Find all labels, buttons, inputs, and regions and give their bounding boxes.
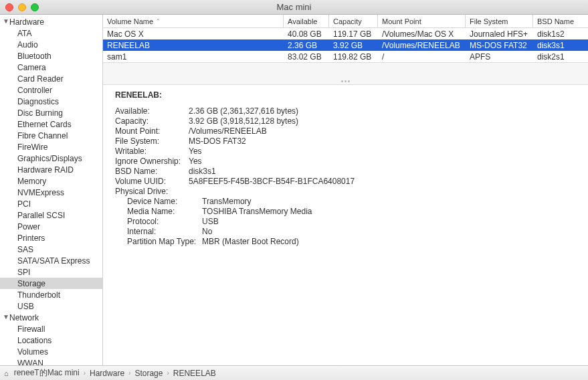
- column-header-available[interactable]: Available: [284, 15, 329, 27]
- breadcrumb-item[interactable]: Hardware: [90, 369, 124, 378]
- sidebar-item-storage[interactable]: Storage: [0, 278, 102, 289]
- detail-row: Protocol:USB: [115, 217, 580, 227]
- sidebar-item-nvmexpress[interactable]: NVMExpress: [0, 187, 102, 198]
- traffic-lights: [0, 3, 39, 11]
- cell: MS-DOS FAT32: [466, 41, 533, 50]
- detail-value: MBR (Master Boot Record): [202, 237, 299, 247]
- sidebar-item-audio[interactable]: Audio: [0, 39, 102, 50]
- sidebar-item-graphics-displays[interactable]: Graphics/Displays: [0, 153, 102, 164]
- zoom-button[interactable]: [31, 3, 39, 11]
- path-bar: ⌂ reneeT的Mac mini›Hardware›Storage›RENEE…: [0, 365, 588, 380]
- table-row[interactable]: RENEELAB2.36 GB3.92 GB/Volumes/RENEELABM…: [103, 39, 588, 51]
- detail-key: BSD Name:: [115, 167, 189, 177]
- sidebar-category-network[interactable]: ▼Network: [0, 312, 102, 323]
- cell: /: [378, 52, 466, 62]
- column-label: Volume Name: [107, 17, 153, 25]
- detail-row: Ignore Ownership:Yes: [115, 157, 580, 167]
- detail-key: Device Name:: [115, 197, 202, 207]
- column-header-capacity[interactable]: Capacity: [329, 15, 378, 27]
- sort-caret-icon: ⌃: [156, 18, 161, 24]
- pane-splitter[interactable]: [103, 62, 588, 85]
- cell: 83.02 GB: [284, 52, 329, 62]
- cell: 40.08 GB: [284, 29, 329, 39]
- sidebar-item-pci[interactable]: PCI: [0, 198, 102, 209]
- sidebar-item-thunderbolt[interactable]: Thunderbolt: [0, 289, 102, 300]
- detail-key: File System:: [115, 136, 189, 147]
- detail-row: Available:2.36 GB (2,361,327,616 bytes): [115, 106, 580, 116]
- sidebar-item-ethernet-cards[interactable]: Ethernet Cards: [0, 118, 102, 130]
- sidebar-item-bluetooth[interactable]: Bluetooth: [0, 50, 102, 62]
- detail-row: BSD Name:disk3s1: [115, 167, 580, 177]
- table-body: Mac OS X40.08 GB119.17 GB/Volumes/Mac OS…: [103, 28, 588, 62]
- cell: Journaled HFS+: [466, 29, 533, 39]
- sidebar-item-parallel-scsi[interactable]: Parallel SCSI: [0, 209, 102, 221]
- detail-key: Available:: [115, 106, 189, 116]
- cell: /Volumes/Mac OS X: [378, 29, 466, 39]
- details-heading: RENEELAB:: [115, 90, 580, 100]
- disclosure-triangle-icon: ▼: [3, 313, 9, 320]
- breadcrumb-item[interactable]: Storage: [134, 369, 163, 378]
- detail-row: Writable:Yes: [115, 147, 580, 157]
- sidebar-item-locations[interactable]: Locations: [0, 335, 102, 346]
- grip-icon: [339, 80, 353, 83]
- close-button[interactable]: [5, 3, 13, 11]
- minimize-button[interactable]: [18, 3, 26, 11]
- sidebar-item-volumes[interactable]: Volumes: [0, 346, 102, 357]
- detail-row: Mount Point:/Volumes/RENEELAB: [115, 126, 580, 136]
- detail-key: Internal:: [115, 227, 202, 237]
- detail-key: Capacity:: [115, 116, 189, 126]
- breadcrumb-item[interactable]: reneeT的Mac mini: [14, 367, 80, 379]
- cell: disk3s1: [533, 41, 588, 50]
- sidebar-item-printers[interactable]: Printers: [0, 232, 102, 244]
- sidebar-item-diagnostics[interactable]: Diagnostics: [0, 96, 102, 107]
- sidebar-item-power[interactable]: Power: [0, 221, 102, 232]
- detail-key: Mount Point:: [115, 126, 189, 136]
- table-row[interactable]: Mac OS X40.08 GB119.17 GB/Volumes/Mac OS…: [103, 28, 588, 39]
- sidebar-item-camera[interactable]: Camera: [0, 62, 102, 73]
- disclosure-triangle-icon: ▼: [3, 17, 9, 25]
- sidebar-item-card-reader[interactable]: Card Reader: [0, 73, 102, 84]
- detail-row: Physical Drive:: [115, 187, 580, 197]
- sidebar-item-sas[interactable]: SAS: [0, 244, 102, 255]
- sidebar-item-memory[interactable]: Memory: [0, 175, 102, 187]
- sidebar[interactable]: ▼HardwareATAAudioBluetoothCameraCard Rea…: [0, 15, 103, 365]
- column-header-bsd-name[interactable]: BSD Name: [533, 15, 588, 27]
- detail-row: Media Name:TOSHIBA TransMemory Media: [115, 207, 580, 217]
- column-header-mount-point[interactable]: Mount Point: [378, 15, 466, 27]
- sidebar-item-hardware-raid[interactable]: Hardware RAID: [0, 164, 102, 175]
- sidebar-item-firewall[interactable]: Firewall: [0, 323, 102, 335]
- detail-value: No: [202, 227, 212, 237]
- sidebar-item-wwan[interactable]: WWAN: [0, 357, 102, 365]
- sidebar-item-disc-burning[interactable]: Disc Burning: [0, 107, 102, 118]
- cell: RENEELAB: [103, 41, 284, 50]
- detail-key: Protocol:: [115, 217, 202, 227]
- column-header-volume-name[interactable]: Volume Name ⌃: [103, 15, 284, 27]
- sidebar-category-hardware[interactable]: ▼Hardware: [0, 16, 102, 27]
- sidebar-item-firewire[interactable]: FireWire: [0, 141, 102, 153]
- sidebar-item-usb[interactable]: USB: [0, 300, 102, 312]
- sidebar-item-spi[interactable]: SPI: [0, 266, 102, 278]
- detail-key: Ignore Ownership:: [115, 157, 189, 167]
- cell: disk2s1: [533, 52, 588, 62]
- detail-value: 2.36 GB (2,361,327,616 bytes): [189, 106, 298, 116]
- details-pane: RENEELAB: Available:2.36 GB (2,361,327,6…: [103, 85, 588, 365]
- detail-value: /Volumes/RENEELAB: [189, 126, 267, 136]
- detail-row: Device Name:TransMemory: [115, 197, 580, 207]
- detail-key: Partition Map Type:: [115, 237, 202, 247]
- table-row[interactable]: sam183.02 GB119.82 GB/APFSdisk2s1: [103, 51, 588, 62]
- sidebar-item-sata-sata-express[interactable]: SATA/SATA Express: [0, 255, 102, 266]
- titlebar: Mac mini: [0, 0, 588, 15]
- cell: disk1s2: [533, 29, 588, 39]
- breadcrumb-item[interactable]: RENEELAB: [173, 369, 216, 378]
- sidebar-item-fibre-channel[interactable]: Fibre Channel: [0, 130, 102, 141]
- column-header-file-system[interactable]: File System: [466, 15, 533, 27]
- cell: 2.36 GB: [284, 41, 329, 50]
- cell: 119.17 GB: [329, 29, 378, 39]
- detail-key: Physical Drive:: [115, 187, 189, 197]
- category-label: Network: [9, 313, 39, 322]
- sidebar-item-controller[interactable]: Controller: [0, 84, 102, 96]
- detail-value: 3.92 GB (3,918,512,128 bytes): [189, 116, 298, 126]
- cell: 3.92 GB: [329, 41, 378, 50]
- detail-value: TOSHIBA TransMemory Media: [202, 207, 312, 217]
- sidebar-item-ata[interactable]: ATA: [0, 27, 102, 39]
